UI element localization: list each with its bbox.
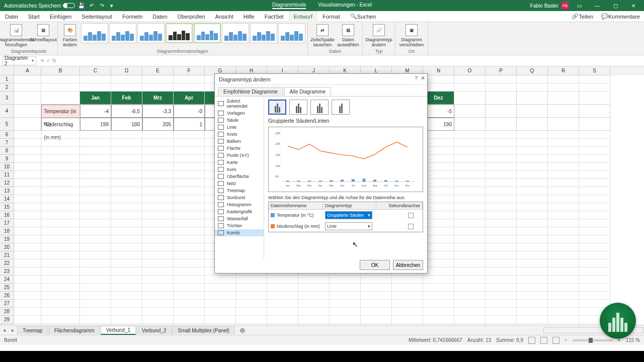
tab-ueberpruefen[interactable]: Überprüfen: [173, 11, 210, 22]
chart-type-oberflche[interactable]: Oberfläche: [215, 173, 264, 180]
move-chart-button[interactable]: ▣Diagramm verschieben: [397, 23, 426, 48]
row-header-6[interactable]: 6: [0, 131, 14, 139]
cancel-formula-icon[interactable]: ✕: [40, 58, 44, 63]
sheet-treemap[interactable]: Treemap: [17, 326, 48, 334]
chart-type-kastengrafik[interactable]: Kastengrafik: [215, 208, 264, 215]
series2-type-dropdown[interactable]: Linie▾: [325, 222, 372, 230]
col-header-F[interactable]: F: [174, 66, 205, 75]
series1-secondary-checkbox[interactable]: [408, 213, 414, 218]
row-header-20[interactable]: 20: [0, 243, 14, 251]
comments-button[interactable]: 💬 Kommentare: [597, 11, 644, 22]
chart-type-sule[interactable]: Säule: [215, 117, 264, 124]
row-header-15[interactable]: 15: [0, 203, 14, 211]
sheet-verbund1[interactable]: Verbund_1: [101, 326, 136, 335]
style-4[interactable]: [166, 23, 193, 43]
col-header-B[interactable]: B: [41, 66, 80, 75]
select-data-button[interactable]: ▦Daten auswählen: [336, 23, 360, 48]
col-header-Q[interactable]: Q: [517, 66, 548, 75]
row-header-17[interactable]: 17: [0, 219, 14, 227]
save-icon[interactable]: 💾: [78, 2, 85, 9]
row-header-13[interactable]: 13: [0, 187, 14, 195]
change-chart-type-button[interactable]: 📈Diagrammtyp ändern: [365, 23, 393, 48]
tab-all-charts[interactable]: Alle Diagramme: [284, 87, 331, 96]
col-header-O[interactable]: O: [454, 66, 486, 75]
quick-layout-button[interactable]: ▦Schnelllayout: [31, 23, 55, 43]
tab-hilfe[interactable]: Hilfe: [238, 11, 260, 22]
row-header-29[interactable]: 29: [0, 316, 14, 324]
style-5[interactable]: [194, 23, 221, 43]
change-colors-button[interactable]: 🎨Farben ändern: [60, 23, 80, 48]
col-header-A[interactable]: A: [14, 66, 41, 75]
dialog-close-icon[interactable]: ✕: [421, 75, 425, 81]
chart-type-flche[interactable]: Fläche: [215, 145, 264, 152]
minimize-icon[interactable]: —: [590, 0, 605, 11]
row-header-5[interactable]: 5: [0, 118, 14, 131]
subtype-2[interactable]: [289, 100, 307, 115]
chart-type-netz[interactable]: Netz: [215, 180, 264, 187]
style-6[interactable]: [222, 23, 249, 43]
maximize-icon[interactable]: ▢: [608, 0, 623, 11]
chart-type-linie[interactable]: Linie: [215, 124, 264, 131]
col-header-D[interactable]: D: [111, 66, 142, 75]
sheet-verbund2[interactable]: Verbund_2: [136, 326, 172, 334]
row-header-28[interactable]: 28: [0, 308, 14, 316]
switch-row-col-button[interactable]: ⇄Zeile/Spalte tauschen: [310, 23, 335, 48]
row-header-24[interactable]: 24: [0, 276, 14, 284]
redo-icon[interactable]: ↷: [98, 2, 105, 9]
fx-icon[interactable]: fx: [52, 58, 56, 63]
zoom-out[interactable]: −: [565, 337, 568, 343]
subtype-custom[interactable]: [332, 100, 350, 115]
row-header-7[interactable]: 7: [0, 139, 14, 147]
row-header-4[interactable]: 4: [0, 105, 14, 118]
tab-entwurf[interactable]: Entwurf: [289, 11, 317, 22]
tab-format[interactable]: Format: [317, 11, 345, 22]
row-header-19[interactable]: 19: [0, 235, 14, 243]
search-tab[interactable]: 🔍 Suchen: [345, 11, 381, 22]
row-header-10[interactable]: 10: [0, 163, 14, 171]
tab-recommended-charts[interactable]: Empfohlene Diagramme: [218, 87, 283, 96]
row-header-26[interactable]: 26: [0, 292, 14, 300]
sheet-small-multiples[interactable]: Small Multiples (Panel): [172, 326, 234, 334]
autosave-toggle[interactable]: Automatisches Speichern: [4, 3, 75, 9]
style-3[interactable]: [137, 23, 165, 43]
tab-datei[interactable]: Datei: [0, 11, 23, 22]
tab-einfuegen[interactable]: Einfügen: [45, 11, 76, 22]
row-header-22[interactable]: 22: [0, 259, 14, 267]
series1-type-dropdown[interactable]: Gruppierte Säulen▾: [325, 211, 372, 219]
tab-factset[interactable]: FactSet: [260, 11, 289, 22]
col-header-E[interactable]: E: [142, 66, 174, 75]
formula-input[interactable]: [60, 56, 644, 65]
chart-type-vorlagen[interactable]: Vorlagen: [215, 110, 264, 117]
view-page-break-icon[interactable]: [552, 337, 559, 344]
chart-type-balken[interactable]: Balken: [215, 138, 264, 145]
chart-type-wasserfall[interactable]: Wasserfall: [215, 215, 264, 222]
zoom-level[interactable]: 115 %: [626, 337, 640, 343]
close-icon[interactable]: ✕: [626, 0, 641, 11]
row-header-11[interactable]: 11: [0, 171, 14, 179]
select-all-corner[interactable]: [0, 66, 14, 75]
row-header-25[interactable]: 25: [0, 284, 14, 292]
row-header-9[interactable]: 9: [0, 155, 14, 163]
view-normal-icon[interactable]: [528, 337, 535, 344]
chart-type-list[interactable]: Zuletzt verwendetVorlagenSäuleLinieKreis…: [215, 97, 264, 260]
style-7[interactable]: [250, 23, 277, 43]
qat-more[interactable]: ▾: [108, 2, 115, 9]
tab-ansicht[interactable]: Ansicht: [210, 11, 238, 22]
tab-seitenlayout[interactable]: Seitenlayout: [76, 11, 117, 22]
undo-icon[interactable]: ↶: [88, 2, 95, 9]
col-header-P[interactable]: P: [486, 66, 517, 75]
chart-type-kreis[interactable]: Kreis: [215, 131, 264, 138]
chart-type-sunburst[interactable]: Sunburst: [215, 194, 264, 201]
col-header-R[interactable]: R: [548, 66, 579, 75]
chart-type-trichter[interactable]: Trichter: [215, 222, 264, 229]
row-header-21[interactable]: 21: [0, 251, 14, 259]
tab-daten[interactable]: Daten: [147, 11, 172, 22]
row-header-3[interactable]: 3: [0, 92, 14, 105]
row-header-30[interactable]: 30: [0, 324, 14, 325]
chart-type-punktxy[interactable]: Punkt (XY): [215, 152, 264, 159]
add-sheet-button[interactable]: ⊕: [235, 326, 250, 334]
row-header-14[interactable]: 14: [0, 195, 14, 203]
row-header-16[interactable]: 16: [0, 211, 14, 219]
dialog-help-icon[interactable]: ?: [415, 75, 418, 81]
zoom-slider[interactable]: [573, 339, 613, 341]
